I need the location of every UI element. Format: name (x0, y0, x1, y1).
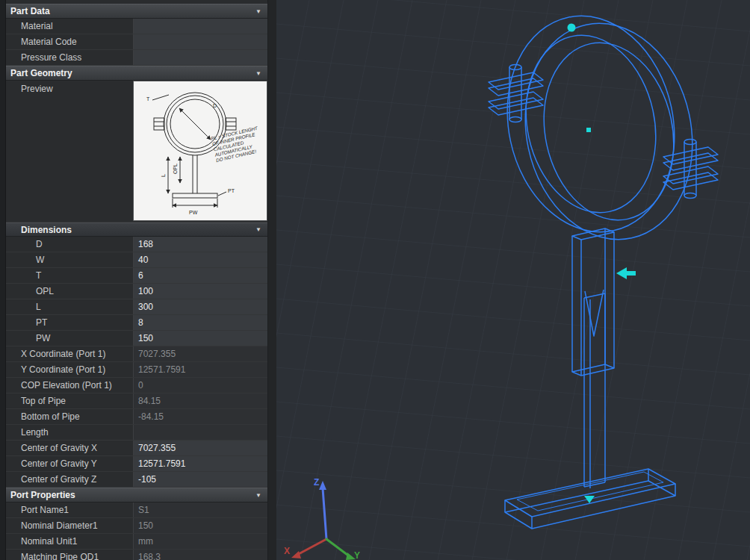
grip-point (568, 24, 576, 32)
property-row: Bottom of Pipe-84.15 (6, 409, 267, 425)
property-row: Top of Pipe84.15 (6, 393, 267, 409)
ucs-axis-icon (291, 481, 356, 560)
preview-label: Preview (6, 81, 133, 222)
property-row: Center of Gravity Y12571.7591 (6, 456, 267, 472)
property-value-field[interactable]: 7027.355 (133, 441, 267, 455)
section-header-dimensions[interactable]: Dimensions ▼ (6, 223, 267, 237)
x-axis-label: X (284, 546, 290, 556)
property-label: PT (6, 315, 133, 330)
property-row: W40 (6, 252, 267, 268)
property-value-field[interactable]: 40 (133, 252, 267, 267)
property-row: L300 (6, 299, 267, 315)
property-label: Top of Pipe (6, 393, 133, 408)
property-value-field[interactable]: 100 (133, 284, 267, 299)
property-label: Center of Gravity Y (6, 456, 133, 471)
z-axis-label: Z (314, 477, 319, 488)
dim-label-d: D (213, 103, 217, 108)
property-row: OPL100 (6, 284, 267, 299)
property-row: Material (6, 19, 267, 34)
property-value-field[interactable]: 12571.7591 (133, 456, 267, 471)
chevron-down-icon: ▼ (255, 226, 261, 233)
section-header-part-geometry[interactable]: Part Geometry ▼ (6, 66, 267, 81)
cad-application-window: Part Data ▼ MaterialMaterial CodePressur… (0, 0, 750, 560)
property-row: Center of Gravity X7027.355 (6, 441, 267, 456)
preview-note: PL = STOCK LENGHT OF INNER PROFILE CALCU… (210, 125, 264, 163)
property-value-field: -84.15 (133, 409, 267, 424)
grip-square (586, 128, 591, 132)
chevron-down-icon: ▼ (255, 70, 261, 77)
dim-label-opl: OPL (173, 164, 178, 174)
property-label: COP Elevation (Port 1) (6, 378, 133, 393)
property-label: PW (6, 331, 133, 346)
property-row: PT8 (6, 315, 267, 331)
property-label: D (6, 237, 133, 252)
grip-flip-arrow (616, 267, 636, 279)
property-value-field: mm (133, 534, 267, 549)
preview-technical-drawing: D T OPL L PT PW PL = STOCK LENGHT OF INN… (134, 81, 267, 220)
property-value-field[interactable]: -105 (133, 472, 267, 487)
preview-row: Preview (6, 81, 267, 223)
property-row: Y Coordinate (Port 1)12571.7591 (6, 362, 267, 378)
property-label: Material (6, 19, 133, 34)
property-value-field[interactable] (133, 50, 267, 65)
section-title: Dimensions (21, 225, 72, 235)
property-row: PW150 (6, 331, 267, 346)
property-value-field: 168.3 (133, 550, 267, 560)
property-label: Pressure Class (6, 50, 133, 65)
z-axis-arrowhead (319, 481, 326, 490)
property-value-field: 12571.7591 (133, 362, 267, 377)
dim-label-pt: PT (228, 188, 235, 193)
section-title: Part Geometry (10, 68, 72, 78)
property-row: T6 (6, 268, 267, 284)
property-row: Length (6, 425, 267, 441)
property-value-field[interactable]: 150 (133, 331, 267, 346)
property-label: Port Name1 (6, 503, 133, 517)
property-row: Nominal Diameter1150 (6, 518, 267, 534)
property-value-field[interactable] (133, 34, 267, 49)
property-row: COP Elevation (Port 1)0 (6, 378, 267, 393)
property-row: Nominal Unit1mm (6, 534, 267, 550)
chevron-down-icon: ▼ (255, 8, 261, 15)
property-value-field[interactable]: 168 (133, 237, 267, 252)
dim-label-l: L (161, 174, 166, 177)
property-label: W (6, 252, 133, 267)
palette-edge-bar[interactable] (0, 0, 6, 560)
property-label: Center of Gravity X (6, 441, 133, 455)
property-value-field: 150 (133, 518, 267, 533)
section-title: Part Data (10, 6, 50, 16)
property-row: Center of Gravity Z-105 (6, 472, 267, 488)
property-label: T (6, 268, 133, 283)
property-row: X Coordinate (Port 1)7027.355 (6, 346, 267, 362)
placement-rows: X Coordinate (Port 1)7027.355Y Coordinat… (6, 346, 267, 488)
3d-viewport[interactable]: Z X Y (276, 0, 750, 560)
property-value-field[interactable]: 300 (133, 299, 267, 314)
property-label: Length (6, 425, 133, 440)
dimension-rows: D168W40T6OPL100L300PT8PW150 (6, 237, 267, 346)
panel-scrollbar-track[interactable] (267, 0, 276, 560)
property-value-field: 7027.355 (133, 346, 267, 361)
property-value-field[interactable]: 8 (133, 315, 267, 330)
property-label: Nominal Diameter1 (6, 518, 133, 533)
properties-panel-body: Part Data ▼ MaterialMaterial CodePressur… (6, 0, 267, 560)
property-label: X Coordinate (Port 1) (6, 346, 133, 361)
property-row: Matching Pipe OD1168.3 (6, 550, 267, 560)
y-axis-label: Y (354, 550, 360, 560)
grip-markers[interactable] (568, 24, 636, 504)
part-data-rows: MaterialMaterial CodePressure Class (6, 19, 267, 66)
property-row: Port Name1S1 (6, 503, 267, 518)
property-label: OPL (6, 284, 133, 299)
viewport-canvas[interactable]: Z X Y (276, 0, 750, 560)
properties-panel: Part Data ▼ MaterialMaterial CodePressur… (0, 0, 276, 560)
property-label: Material Code (6, 34, 133, 49)
property-value-field[interactable] (133, 19, 267, 34)
section-title: Port Properties (10, 490, 75, 500)
dim-label-t: T (146, 96, 150, 102)
section-header-part-data[interactable]: Part Data ▼ (6, 4, 267, 19)
property-value-field: 0 (133, 378, 267, 393)
property-value-field[interactable]: 6 (133, 268, 267, 283)
port-property-rows: Port Name1S1Nominal Diameter1150Nominal … (6, 503, 267, 560)
section-header-port-properties[interactable]: Port Properties ▼ (6, 488, 267, 503)
property-label: Y Coordinate (Port 1) (6, 362, 133, 377)
part-preview-image: D T OPL L PT PW PL = STOCK LENGHT OF INN… (133, 81, 267, 221)
property-value-field (133, 425, 267, 440)
